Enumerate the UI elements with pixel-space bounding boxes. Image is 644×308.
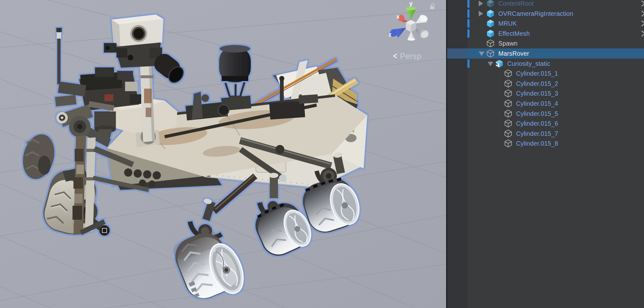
rover-model[interactable] [0,0,446,308]
object-label: Cylinder.015_3 [516,90,558,97]
persp-arrow-icon: < [393,52,397,60]
gizmo-neg-y-axis[interactable] [407,31,415,41]
object-label: ContentRoot [498,0,534,7]
gizmo-neg-z-axis[interactable] [415,28,430,39]
expander-arrow-icon[interactable] [488,62,493,66]
gameobject-icon [504,99,513,108]
hierarchy-row-cylinder.015_8[interactable]: Cylinder.015_8 [447,139,644,149]
hierarchy-row-ovrcamerariginteraction[interactable]: OVRCameraRigInteraction [447,9,644,19]
hierarchy-row-mruk[interactable]: MRUK [447,18,644,28]
object-label: Cylinder.015_2 [516,80,558,87]
hierarchy-row-cylinder.015_3[interactable]: Cylinder.015_3 [447,89,644,99]
gameobject-icon [504,79,513,88]
prefab-override-bar [467,0,470,8]
scene-view[interactable]: y x z < Persp [0,0,446,308]
object-label: Cylinder.015_5 [516,110,558,117]
model-prefab-icon [495,59,504,68]
object-label: Spawn [498,40,518,47]
object-label: MarsRover [498,50,529,57]
gizmo-cube[interactable] [406,20,416,32]
hierarchy-row-cylinder.015_2[interactable]: Cylinder.015_2 [447,79,644,89]
prefab-icon [486,9,495,18]
gameobject-icon [486,49,495,58]
object-label: Cylinder.015_8 [516,140,558,147]
expander-arrow-icon[interactable] [479,52,484,56]
gameobject-icon [504,109,513,118]
object-label: Cylinder.015_4 [516,100,558,107]
object-label: Cylinder.015_6 [516,120,558,127]
hierarchy-row-cylinder.015_6[interactable]: Cylinder.015_6 [447,118,644,129]
persp-label: Persp [400,52,421,60]
gameobject-icon [504,119,513,128]
gameobject-icon [504,89,513,98]
gameobject-icon [504,69,513,78]
rover-wheel-rear-left[interactable] [18,131,59,183]
object-label: Curiosity_static [507,60,550,67]
rover-uhf-antenna[interactable] [219,45,251,99]
scene-gizmo[interactable]: y x z [383,0,446,47]
hierarchy-row-effectmesh[interactable]: EffectMesh [447,28,644,39]
prefab-override-bar [467,19,470,28]
prefab-override-bar [467,9,470,18]
hierarchy-row-cylinder.015_5[interactable]: Cylinder.015_5 [447,109,644,119]
hierarchy-row-cylinder.015_1[interactable]: Cylinder.015_1 [447,68,644,79]
rover-wheel-front-left[interactable] [169,224,249,308]
gizmo-neg-x-axis[interactable] [415,14,429,23]
prefab-dim-icon [486,0,495,8]
prefab-override-bar [467,60,470,68]
prefab-open-chevron-icon[interactable] [641,0,644,7]
lock-icon[interactable] [428,2,436,10]
prefab-open-chevron-icon[interactable] [641,20,644,27]
object-label: EffectMesh [498,30,530,37]
gizmo-x-label: x [396,14,400,20]
gizmo-z-label: z [389,31,392,38]
prefab-open-chevron-icon[interactable] [641,10,644,17]
hierarchy-row-contentroot[interactable]: ContentRoot [447,0,644,9]
hierarchy-row-marsrover[interactable]: MarsRover [447,48,644,59]
prefab-icon [486,29,495,38]
object-label: OVRCameraRigInteraction [498,10,573,17]
prefab-icon [486,19,495,28]
gizmo-y-axis[interactable] [406,7,416,21]
object-label: Cylinder.015_1 [516,70,558,77]
hierarchy-row-spawn[interactable]: Spawn [447,39,644,49]
unity-editor: y x z < Persp ContentRoot [0,0,644,308]
hierarchy-row-cylinder.015_7[interactable]: Cylinder.015_7 [447,129,644,139]
gameobject-icon [504,129,513,138]
rover-antenna-rod[interactable] [56,28,62,84]
gameobject-icon [486,39,495,48]
object-label: MRUK [498,20,517,27]
hierarchy-row-curiosity_static[interactable]: Curiosity_static [447,59,644,69]
hierarchy-row-cylinder.015_4[interactable]: Cylinder.015_4 [447,98,644,109]
prefab-open-chevron-icon[interactable] [641,30,644,37]
object-label: Cylinder.015_7 [516,130,558,137]
hierarchy-panel: ContentRoot OVRCameraRigInteraction MRUK [447,0,644,308]
gizmo-y-label: y [409,0,413,7]
prefab-override-bar [467,29,470,38]
expander-arrow-icon[interactable] [479,1,483,6]
expander-arrow-icon[interactable] [479,11,483,16]
projection-toggle[interactable]: < Persp [393,52,421,60]
gameobject-icon [504,139,513,148]
